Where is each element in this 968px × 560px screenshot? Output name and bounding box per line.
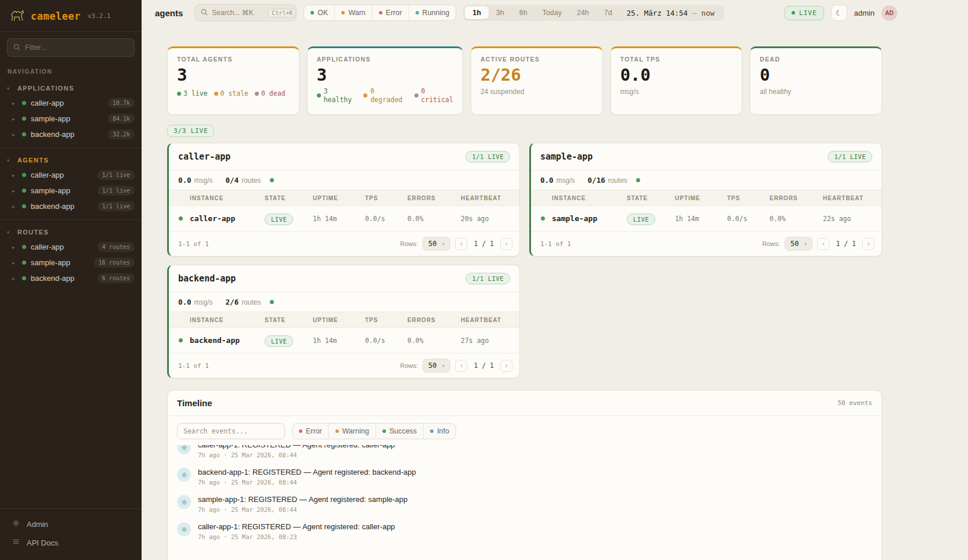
event-item[interactable]: caller-app-1: REGISTERED — Agent registe… — [177, 445, 872, 463]
status-dot — [22, 189, 26, 193]
app-card-title[interactable]: caller-app — [178, 151, 230, 162]
table-row[interactable]: sample-app LIVE 1h 14m 0.0/s 0.0% 22s ag… — [531, 206, 882, 231]
status-filter-group: OK Warn Error Running — [304, 5, 456, 21]
events-list[interactable]: caller-app-1: REGISTERED — Agent registe… — [168, 445, 882, 560]
rows-per-page-select[interactable]: 50 ▾ — [785, 237, 812, 251]
live-count-badge: 1/1 LIVE — [465, 273, 510, 284]
row-range: 1-1 of 1 — [178, 240, 209, 248]
status-filter-ok[interactable]: OK — [304, 5, 334, 20]
time-range-7d[interactable]: 7d — [597, 6, 620, 19]
section-header-applications[interactable]: ▾ APPLICATIONS — [0, 81, 142, 95]
table-row[interactable]: backend-app LIVE 1h 14m 0.0/s 0.0% 27s a… — [169, 328, 519, 353]
chevron-down-icon: ▾ — [7, 230, 12, 235]
next-page-button[interactable]: › — [500, 360, 512, 372]
stale-dot — [214, 92, 218, 96]
app-card-title[interactable]: sample-app — [540, 151, 593, 162]
app-name: cameleer — [31, 10, 81, 22]
time-range-1h[interactable]: 1h — [465, 6, 489, 19]
sidebar-section-applications: ▾ APPLICATIONS ▸ caller-app 10.7k ▸ samp… — [0, 76, 142, 142]
prev-page-button[interactable]: ‹ — [455, 360, 467, 372]
event-filter-group: Error Warning Success Info — [292, 423, 456, 439]
sidebar-item-routes-backend-app[interactable]: ▸ backend-app 6 routes — [0, 270, 142, 286]
global-search-input[interactable] — [212, 9, 264, 17]
time-range-6h[interactable]: 6h — [512, 6, 535, 19]
status-dot — [22, 117, 26, 121]
status-dot — [22, 276, 26, 280]
sidebar-filter[interactable] — [7, 38, 135, 57]
timeline-card: Timeline 50 events Error Warning — [167, 390, 882, 560]
table-row[interactable]: caller-app LIVE 1h 14m 0.0/s 0.0% 20s ag… — [169, 206, 519, 231]
status-dot — [22, 132, 26, 136]
app-card-title[interactable]: backend-app — [178, 273, 236, 284]
status-dot — [270, 300, 274, 304]
sidebar-item-applications-backend-app[interactable]: ▸ backend-app 32.2k — [0, 127, 142, 142]
global-search[interactable]: Ctrl+K — [194, 4, 297, 21]
gear-icon — [12, 519, 20, 529]
sidebar-item-agents-backend-app[interactable]: ▸ backend-app 1/1 live — [0, 198, 142, 214]
gear-icon — [177, 445, 191, 454]
count-badge: 1/1 live — [97, 170, 135, 180]
events-search-input[interactable] — [177, 423, 285, 439]
timeline-event-count: 50 events — [837, 399, 872, 407]
live-count-badge: 1/1 LIVE — [828, 151, 872, 162]
warn-dot — [341, 11, 345, 15]
rows-per-page-select[interactable]: 50 ▾ — [422, 237, 450, 251]
date-start: 25. März 14:54 — [627, 9, 688, 17]
avatar[interactable]: AD — [882, 5, 897, 21]
sidebar-item-routes-sample-app[interactable]: ▸ sample-app 16 routes — [0, 255, 142, 270]
section-header-routes[interactable]: ▾ ROUTES — [0, 225, 142, 239]
event-filter-success[interactable]: Success — [375, 424, 423, 439]
user-name: admin — [854, 9, 875, 17]
status-filter-running[interactable]: Running — [409, 5, 456, 20]
event-item[interactable]: backend-app-1: REGISTERED — Agent regist… — [177, 463, 872, 490]
caret-right-icon: ▸ — [12, 100, 17, 106]
sidebar-item-agents-caller-app[interactable]: ▸ caller-app 1/1 live — [0, 167, 142, 183]
next-page-button[interactable]: › — [500, 238, 512, 250]
section-title: ROUTES — [17, 229, 49, 236]
degraded-dot — [363, 93, 367, 97]
event-item[interactable]: sample-app-1: REGISTERED — Agent registe… — [177, 490, 872, 518]
live-count-badge: 1/1 LIVE — [465, 151, 510, 162]
stat-card-dead: DEAD 0 all healthy — [750, 46, 882, 115]
prev-page-button[interactable]: ‹ — [817, 238, 829, 250]
status-filter-error[interactable]: Error — [372, 5, 409, 20]
event-filter-info[interactable]: Info — [423, 424, 456, 439]
error-dot — [379, 11, 382, 15]
date-end: now — [702, 9, 715, 17]
status-dot — [270, 178, 274, 182]
theme-toggle-button[interactable]: ☾ — [831, 5, 847, 21]
sidebar-item-routes-caller-app[interactable]: ▸ caller-app 4 routes — [0, 239, 142, 255]
time-range-24h[interactable]: 24h — [569, 6, 597, 19]
time-range-3h[interactable]: 3h — [489, 6, 512, 19]
sidebar-item-admin[interactable]: Admin — [0, 515, 142, 533]
sidebar-item-api-docs[interactable]: API Docs — [0, 533, 142, 552]
sidebar-filter-input[interactable] — [25, 44, 128, 52]
brand[interactable]: cameleer v3.2.1 — [0, 0, 142, 32]
row-range: 1-1 of 1 — [540, 240, 571, 248]
sidebar-item-agents-sample-app[interactable]: ▸ sample-app 1/1 live — [0, 183, 142, 198]
section-header-agents[interactable]: ▾ AGENTS — [0, 153, 142, 167]
date-range[interactable]: 25. März 14:54 — now — [620, 9, 723, 17]
sidebar-item-applications-sample-app[interactable]: ▸ sample-app 84.1k — [0, 111, 142, 127]
event-item[interactable]: caller-app-1: REGISTERED — Agent registe… — [177, 518, 872, 545]
section-title: AGENTS — [17, 157, 49, 164]
caret-right-icon: ▸ — [12, 172, 17, 178]
event-filter-error[interactable]: Error — [292, 424, 328, 439]
caret-right-icon: ▸ — [12, 188, 17, 194]
table-header: INSTANCE STATE UPTIME TPS ERRORS HEARTBE… — [169, 312, 519, 328]
info-dot — [430, 429, 434, 433]
chevron-down-icon: ▾ — [442, 241, 445, 247]
live-status-badge[interactable]: LIVE — [785, 6, 824, 20]
time-range-today[interactable]: Today — [535, 6, 569, 19]
main-area: agents Ctrl+K OK Warn Error Ru — [142, 0, 968, 560]
status-filter-warn[interactable]: Warn — [334, 5, 371, 20]
search-icon — [201, 8, 208, 18]
caret-right-icon: ▸ — [12, 116, 17, 122]
sidebar-item-applications-caller-app[interactable]: ▸ caller-app 10.7k — [0, 95, 142, 111]
event-filter-warning[interactable]: Warning — [328, 424, 375, 439]
time-range-group: 1h 3h 6h Today 24h 7d 25. März 14:54 — n… — [463, 5, 724, 21]
rows-per-page-select[interactable]: 50 ▾ — [422, 359, 450, 373]
next-page-button[interactable]: › — [862, 238, 875, 250]
prev-page-button[interactable]: ‹ — [455, 238, 467, 250]
count-badge: 6 routes — [97, 273, 135, 283]
